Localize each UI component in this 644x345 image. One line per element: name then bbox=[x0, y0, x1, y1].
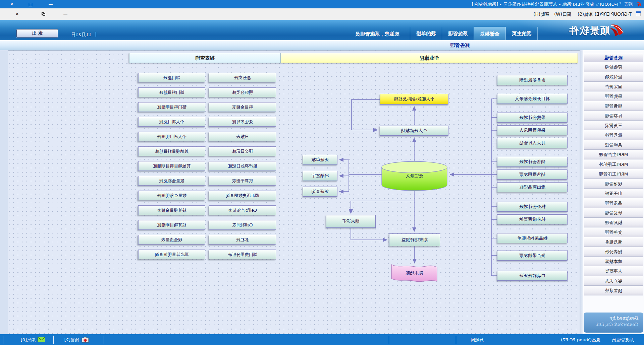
sidebar-item-mrp2-outsourcing[interactable]: MRPⅡ工序托外 bbox=[584, 160, 643, 169]
sidebar-item-purchasing[interactable]: 采购管理 bbox=[584, 92, 643, 101]
sidebar-item-sales[interactable]: 销售管理 bbox=[584, 101, 643, 111]
flow-box-sales-expense[interactable]: 销售费用发票 bbox=[497, 169, 568, 180]
menu-help[interactable]: 帮助(H) bbox=[531, 8, 552, 20]
status-messages[interactable]: 消息[0] bbox=[21, 337, 36, 343]
flow-box-finance-params[interactable]: 财务参数控制 bbox=[497, 75, 568, 85]
sidebar-item-payables[interactable]: 应付款项 bbox=[584, 72, 643, 82]
flow-box-writeoff[interactable]: 个人账款核销 bbox=[380, 126, 448, 136]
sidebar-item-e-kanban[interactable]: 电子看板 bbox=[584, 189, 643, 198]
sidebar-item-fixed-assets[interactable]: 固定资产 bbox=[584, 82, 643, 91]
sidebar-item-report-analysis[interactable]: 报表分析 bbox=[584, 247, 643, 257]
report-btn-qty-amount-ledger[interactable]: 数量金额总账 bbox=[138, 176, 205, 186]
status-separator bbox=[3, 336, 3, 344]
report-btn-cell-income-statement[interactable]: Cell利润表 bbox=[209, 220, 276, 230]
message-envelope-icon[interactable] bbox=[38, 337, 45, 342]
flow-box-outsource-reconcile[interactable]: 托外会计对账 bbox=[497, 202, 568, 212]
current-date: 11月21日 bbox=[71, 32, 92, 38]
sidebar-item-triangle-trade[interactable]: 三角贸易 bbox=[584, 121, 643, 130]
flow-box-outsource-estimate[interactable]: 托外缴库暂估 bbox=[497, 214, 568, 224]
tab-all-modules[interactable]: 全部模块 bbox=[474, 27, 506, 40]
sidebar-item-after-sales[interactable]: 售后服务 bbox=[584, 237, 643, 247]
report-btn-item-balance-table[interactable]: 核算项目余额表 bbox=[138, 205, 205, 215]
report-btn-fx-history-query[interactable]: 调汇历史数据查询 bbox=[209, 191, 276, 200]
report-btn-item-detail-ledger[interactable]: 核算项目明细账 bbox=[138, 220, 205, 230]
sidebar-item-crm[interactable]: 客户关系 bbox=[584, 276, 643, 286]
sidebar-item-costing[interactable]: 成本核算 bbox=[584, 257, 643, 266]
menu-system[interactable]: 系统(S) bbox=[575, 8, 595, 20]
alert-first-aid-icon[interactable] bbox=[82, 337, 89, 343]
flow-shape-period-closing[interactable]: 期末结账 bbox=[391, 270, 437, 276]
flow-box-voucher-query[interactable]: 凭证查询 bbox=[303, 187, 337, 197]
flow-box-period-carryover[interactable]: 期末结转损益 bbox=[389, 233, 440, 246]
mdi-restore-button[interactable] bbox=[39, 11, 48, 17]
report-btn-detail-ledger[interactable]: 明细分类账 bbox=[209, 87, 276, 97]
exit-button[interactable]: 退 出 bbox=[16, 29, 58, 38]
report-btn-trial-balance[interactable]: 试算平衡表 bbox=[209, 176, 276, 186]
maximize-button[interactable] bbox=[25, 0, 36, 8]
menu-tgroup-erp[interactable]: T-GROUP ERP(E) bbox=[592, 8, 634, 20]
report-btn-other-item-ledger[interactable]: 其他项目科目总账 bbox=[138, 146, 205, 156]
flow-cylinder-voucher-entry[interactable]: 凭证录入 bbox=[382, 173, 447, 179]
menu-window[interactable]: 窗口(W) bbox=[552, 8, 574, 20]
sidebar-item-shopfloor[interactable]: 现场管理 bbox=[584, 179, 643, 189]
flow-box-period-adjust[interactable]: 期末调汇 bbox=[326, 215, 376, 228]
report-btn-multi-column-ledger[interactable]: 多栏账 bbox=[209, 235, 276, 245]
status-alerts[interactable]: 预警[2] bbox=[64, 337, 79, 343]
sidebar-item-hr-payroll[interactable]: 人事薪资 bbox=[584, 267, 643, 276]
report-btn-voucher-journal[interactable]: 凭证序时账 bbox=[209, 117, 276, 127]
sidebar-header-finance[interactable]: 账务管理 bbox=[584, 53, 643, 62]
designed-by-line2: CenterSoft Co.,Ltd. bbox=[584, 322, 639, 327]
mdi-minimize-button[interactable]: — bbox=[61, 11, 70, 17]
flow-box-writeoff-reverse[interactable]: 个人账款核销-反核销 bbox=[380, 94, 448, 105]
sidebar-item-receivables[interactable]: 应收款项 bbox=[584, 63, 643, 72]
report-btn-other-item-detail[interactable]: 其他项目科目明细账 bbox=[138, 161, 205, 171]
sidebar-item-mrp2-production[interactable]: MRPⅡ生产管理 bbox=[584, 150, 643, 159]
flow-box-sales-reconcile[interactable]: 销售会计对账 bbox=[497, 157, 568, 167]
minimize-button[interactable]: — bbox=[45, 0, 56, 8]
report-btn-general-ledger[interactable]: 总分类账 bbox=[209, 73, 276, 82]
welcome-text: 欢迎您，系统管理员 bbox=[356, 31, 399, 37]
report-btn-cashflow-detail-query[interactable]: 现金流量明细查询 bbox=[138, 250, 205, 259]
sidebar-item-batch-control[interactable]: 批号管控 bbox=[584, 131, 643, 140]
flow-box-purchase-expense[interactable]: 采购费用录入 bbox=[497, 125, 568, 135]
report-btn-dept-account-detail[interactable]: 部门科目明细账 bbox=[138, 102, 205, 112]
flow-box-purchase-statement[interactable]: 物品采购对账单 bbox=[497, 233, 568, 243]
report-btn-cash-journal[interactable]: 现金日记账 bbox=[209, 146, 276, 156]
tab-system-management[interactable]: 系统管理 bbox=[442, 27, 474, 40]
report-btn-dept-general-ledger[interactable]: 部门总账 bbox=[138, 73, 205, 82]
report-btn-bank-journal[interactable]: 银行存款日记账 bbox=[209, 161, 276, 171]
sidebar-item-quality[interactable]: 品质管理 bbox=[584, 199, 643, 208]
flow-box-asset-invoice[interactable]: 资产采购发票 bbox=[497, 251, 568, 261]
report-btn-personal-account-detail[interactable]: 个人科目明细账 bbox=[138, 132, 205, 141]
flow-box-goods-issued[interactable]: 发出商品记账 bbox=[497, 182, 568, 192]
report-btn-personal-account-ledger[interactable]: 个人科目总账 bbox=[138, 117, 205, 127]
report-btn-qty-amount-detail[interactable]: 数量金额明细账 bbox=[138, 191, 205, 200]
tab-my-home[interactable]: 我的主页 bbox=[506, 27, 538, 40]
report-btn-cashflow-statement[interactable]: 现金流量表 bbox=[138, 235, 205, 245]
report-btn-dept-account-ledger[interactable]: 部门科目总账 bbox=[138, 87, 205, 97]
flow-box-monthend-estimate[interactable]: 月末入库暂估 bbox=[497, 138, 568, 148]
flow-box-voucher-audit[interactable]: 凭证审核 bbox=[303, 155, 337, 165]
flow-box-cashier-sign[interactable]: 出纳签字 bbox=[303, 171, 337, 181]
flow-box-opening-balance[interactable]: 科目开账余额录入 bbox=[497, 94, 568, 104]
report-btn-account-balance[interactable]: 科目余额表 bbox=[209, 102, 276, 112]
report-btn-dept-expense-analysis[interactable]: 部门费用分析表 bbox=[209, 250, 276, 259]
tab-my-documents[interactable]: 我的单据 bbox=[410, 27, 442, 40]
sidebar-item-alert-system[interactable]: 预警系统 bbox=[584, 286, 643, 295]
sidebar-item-barcode-control[interactable]: 条码管控 bbox=[584, 140, 643, 150]
sidebar-item-mold[interactable]: 模具管理 bbox=[584, 218, 643, 227]
sidebar-item-rnd[interactable]: 研发管理 bbox=[584, 208, 643, 218]
sidebar-item-mrp2-process[interactable]: MRPⅡ工序管理 bbox=[584, 169, 643, 179]
brand-logo-icon bbox=[610, 23, 625, 38]
sidebar-splitter[interactable] bbox=[580, 50, 583, 334]
window-title: 顺景『T-GROUP』制造业ERP系统 - 东莞顺景软件科技有限公司 - [系统… bbox=[472, 1, 633, 7]
sidebar-item-inventory[interactable]: 库存管理 bbox=[584, 111, 643, 121]
flow-box-purchase-reconcile[interactable]: 采购会计对账 bbox=[497, 113, 568, 123]
mdi-close-button[interactable]: ✕ bbox=[13, 11, 21, 17]
status-network: 局域网 bbox=[471, 337, 484, 343]
sidebar-item-document[interactable]: 文件管理 bbox=[584, 228, 643, 237]
flow-box-auto-voucher[interactable]: 自动转账凭证 bbox=[497, 271, 568, 281]
report-btn-cell-balance-sheet[interactable]: Cell资产负债表 bbox=[209, 205, 276, 215]
report-btn-daily-report[interactable]: 日报表 bbox=[209, 132, 276, 141]
close-button[interactable]: ✕ bbox=[6, 0, 17, 8]
